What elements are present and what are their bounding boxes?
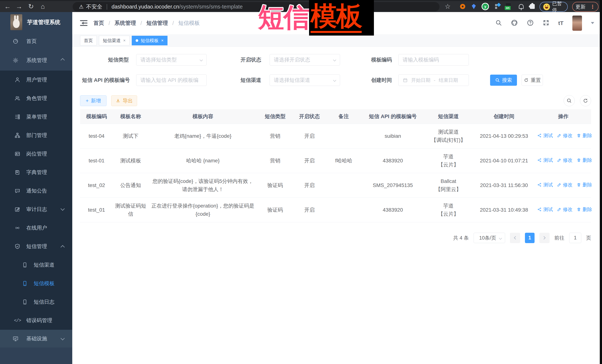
sidebar-item-menus[interactable]: 菜单管理 [0, 108, 72, 126]
extension-green-icon[interactable]: y [481, 1, 490, 12]
sidebar-item-audit-log[interactable]: 审计日志 [0, 200, 72, 219]
test-link[interactable]: 测试 [537, 156, 553, 164]
avatar-dropdown-caret-icon[interactable] [591, 22, 594, 26]
add-button[interactable]: + 新增 [80, 95, 107, 106]
sidebar-item-error-codes[interactable]: </> 错误码管理 [0, 311, 72, 330]
status-select[interactable]: 请选择开启状态 [269, 54, 340, 65]
breadcrumb-home[interactable]: 首页 [93, 20, 104, 27]
sidebar-collapse-icon[interactable] [80, 20, 87, 26]
header-search-icon[interactable] [495, 20, 502, 27]
edit-link[interactable]: 修改 [557, 206, 572, 213]
reload-icon[interactable]: ↻ [26, 1, 36, 12]
sidebar-item-system[interactable]: 系统管理 [0, 50, 72, 71]
edit-link[interactable]: 修改 [557, 156, 572, 164]
sidebar-item-home[interactable]: 首页 [0, 32, 72, 50]
sidebar-item-sms-log[interactable]: 短信日志 [0, 293, 72, 311]
goto-page-input[interactable] [569, 233, 581, 243]
next-page-button[interactable] [539, 233, 549, 243]
sidebar-item-infrastructure[interactable]: 基础设施 [0, 330, 72, 348]
total-count-label: 共 4 条 [453, 235, 469, 241]
browser-profile-button[interactable]: 已暂停 [539, 2, 568, 12]
extensions-puzzle-icon[interactable] [528, 1, 537, 12]
channel-select[interactable]: 请选择短信渠道 [269, 74, 340, 86]
sidebar-item-departments[interactable]: 部门管理 [0, 126, 72, 145]
template-code-field[interactable] [398, 54, 469, 65]
sidebar-item-users[interactable]: 用户管理 [0, 71, 72, 89]
browser-update-button[interactable]: 更新 ⋮ [572, 2, 599, 12]
edit-icon [557, 183, 561, 187]
users-icon [14, 95, 21, 101]
plus-icon: + [86, 98, 89, 104]
col-content: 模板内容 [148, 109, 258, 124]
id-badge-icon [14, 151, 21, 157]
test-link[interactable]: 测试 [537, 132, 553, 139]
user-avatar[interactable] [572, 16, 582, 31]
sidebar-item-roles[interactable]: 角色管理 [0, 89, 72, 108]
close-icon[interactable]: × [123, 39, 126, 42]
fullscreen-icon[interactable] [543, 20, 549, 27]
search-button[interactable]: 搜索 [490, 75, 517, 86]
refresh-table-button[interactable] [580, 95, 591, 106]
breadcrumb: 首页 / 系统管理 / 短信管理 / 短信模板 [93, 20, 200, 27]
page-size-select[interactable]: 10条/页 [473, 233, 505, 243]
forward-icon[interactable]: → [14, 1, 24, 12]
text-size-icon[interactable]: tT [558, 20, 563, 26]
tag-sms-channel[interactable]: 短信渠道× [99, 36, 129, 45]
test-link[interactable]: 测试 [537, 181, 553, 188]
delete-link[interactable]: 删除 [577, 132, 592, 139]
sidebar-item-sms-template[interactable]: 短信模板 [0, 274, 72, 293]
chevron-up-icon [61, 245, 65, 250]
api-template-field[interactable] [136, 74, 207, 86]
github-icon[interactable] [511, 19, 518, 27]
url-bar[interactable]: ⚠ 不安全 dashboard.yudao.iocoder.cn/system/… [73, 2, 440, 11]
reset-button[interactable]: 重置 [522, 75, 543, 86]
template-code-input[interactable] [403, 54, 464, 65]
sms-template-table: 模板编码 模板名称 模板内容 短信类型 开启状态 备注 短信 API 的模板编号… [80, 109, 591, 222]
sidebar-item-sms-management[interactable]: 短信管理 [0, 237, 72, 256]
extension-orange-icon[interactable] [458, 1, 467, 12]
browser-menu-icon[interactable]: ⋮ [590, 4, 595, 10]
sidebar-item-dictionary[interactable]: 字典管理 [0, 163, 72, 182]
sidebar-item-posts[interactable]: 岗位管理 [0, 145, 72, 163]
extension-list-on-icon[interactable]: on [504, 1, 513, 12]
sms-type-select[interactable]: 请选择短信类型 [136, 54, 207, 65]
chevron-down-icon [499, 236, 502, 239]
extension-grid-icon[interactable] [493, 1, 502, 12]
delete-link[interactable]: 删除 [577, 181, 592, 188]
extension-gem-icon[interactable] [470, 1, 478, 12]
test-link[interactable]: 测试 [537, 206, 553, 213]
breadcrumb-current: 短信模板 [178, 20, 200, 27]
tag-home[interactable]: 首页 [80, 36, 97, 45]
current-page-button[interactable]: 1 [525, 233, 535, 243]
select-placeholder: 请选择开启状态 [274, 56, 310, 63]
sidebar-item-label: 用户管理 [26, 76, 47, 83]
app-title: 芋道管理系统 [27, 19, 60, 26]
tag-sms-template[interactable]: 短信模板× [132, 36, 168, 45]
cell-channel: Ballcat【阿里云】 [424, 173, 473, 198]
bookmark-star-icon[interactable]: ☆ [445, 1, 451, 12]
prev-page-button[interactable] [510, 233, 520, 243]
edit-link[interactable]: 修改 [557, 132, 572, 139]
hide-search-button[interactable] [564, 95, 575, 106]
sidebar-item-sms-channel[interactable]: 短信渠道 [0, 256, 72, 274]
delete-link[interactable]: 删除 [577, 156, 592, 164]
breadcrumb-sms[interactable]: 短信管理 [146, 20, 168, 27]
edit-link[interactable]: 修改 [557, 181, 572, 188]
comment-icon [14, 188, 21, 194]
close-icon[interactable]: × [161, 39, 164, 42]
create-time-range-picker[interactable]: 开始日期 - 结束日期 [398, 74, 469, 86]
breadcrumb-system[interactable]: 系统管理 [115, 20, 136, 27]
extension-key-icon[interactable] [517, 1, 526, 12]
help-icon[interactable] [527, 19, 534, 27]
reset-button-label: 重置 [531, 77, 541, 83]
delete-link[interactable]: 删除 [577, 206, 592, 213]
home-icon[interactable]: ⌂ [38, 1, 48, 12]
sidebar-item-announcements[interactable]: 通知公告 [0, 182, 72, 200]
cell-created: 2021-04-10 01:07:21 [473, 148, 536, 173]
table-row: test-01 测试模板 哈哈哈 {name} 营销 开启 f哈哈哈 43839… [80, 148, 591, 173]
back-icon[interactable]: ← [3, 1, 13, 12]
sidebar-item-online-users[interactable]: 在线用户 [0, 219, 72, 237]
api-template-input[interactable] [140, 75, 202, 86]
share-icon [537, 183, 542, 187]
export-button[interactable]: 导出 [111, 95, 137, 106]
